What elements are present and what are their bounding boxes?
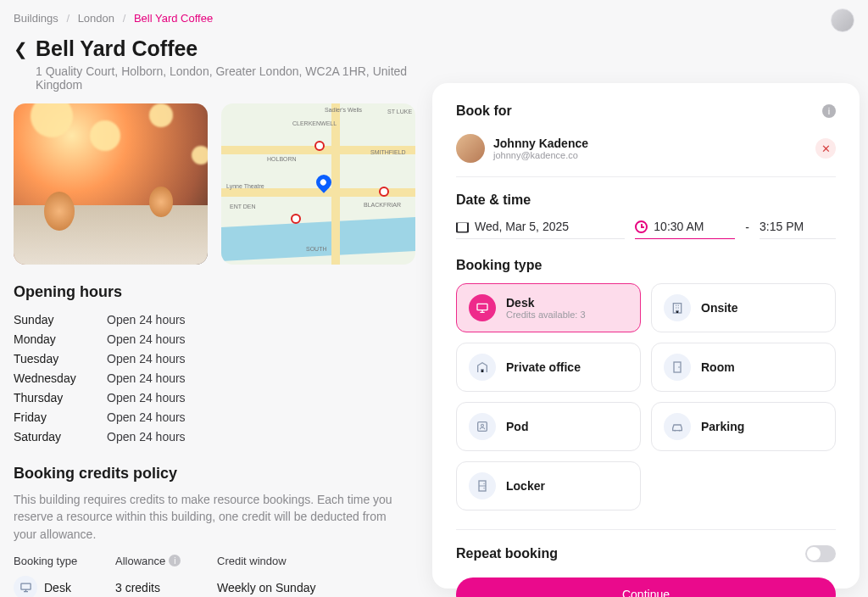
svg-point-8: [679, 430, 681, 432]
svg-rect-1: [477, 304, 487, 310]
repeat-booking-label: Repeat booking: [456, 546, 558, 561]
desk-icon: [14, 576, 37, 597]
opening-hours-title: Opening hours: [14, 283, 415, 301]
policy-table-head: Booking type Allowancei Credit window: [14, 555, 415, 567]
breadcrumb-root[interactable]: Buildings: [14, 12, 58, 25]
policy-text: This building requires credits to make r…: [14, 491, 412, 543]
svg-point-4: [678, 366, 680, 368]
locker-icon: [469, 472, 496, 499]
book-for-user-name: Johnny Kadence: [493, 137, 588, 150]
booking-type-desk[interactable]: Desk Credits available: 3: [456, 283, 641, 332]
date-field[interactable]: Wed, Mar 5, 2025: [456, 220, 625, 239]
building-address: 1 Quality Court, Holborn, London, Greate…: [36, 64, 415, 92]
svg-point-6: [481, 424, 484, 427]
end-time-field[interactable]: 3:15 PM: [760, 220, 836, 239]
metro-icon: [379, 187, 389, 197]
building-map[interactable]: CLERKENWELL HOLBORN SMITHFIELD Sadler's …: [221, 103, 415, 265]
info-icon[interactable]: i: [822, 104, 836, 118]
avatar: [456, 134, 485, 163]
office-icon: [469, 354, 496, 381]
pod-icon: [469, 413, 496, 440]
door-icon: [664, 354, 691, 381]
calendar-icon: [456, 220, 469, 233]
hours-row: WednesdayOpen 24 hours: [14, 368, 415, 388]
svg-point-7: [674, 430, 676, 432]
top-user-avatar[interactable]: [831, 8, 854, 32]
policy-title: Booking credits policy: [14, 465, 415, 483]
continue-button[interactable]: Continue: [456, 577, 836, 597]
hours-row: TuesdayOpen 24 hours: [14, 349, 415, 368]
hours-row: MondayOpen 24 hours: [14, 329, 415, 349]
building-photo[interactable]: [14, 103, 208, 265]
booking-type-locker[interactable]: Locker: [456, 461, 641, 511]
metro-icon: [291, 214, 301, 224]
back-button[interactable]: ❮: [14, 39, 25, 59]
hours-row: SaturdayOpen 24 hours: [14, 427, 415, 446]
clock-icon: [635, 220, 648, 233]
breadcrumb-current: Bell Yard Coffee: [134, 12, 213, 25]
remove-user-button[interactable]: ✕: [815, 138, 836, 159]
booking-panel: Book for i Johnny Kadence johnny@kadence…: [432, 83, 860, 589]
breadcrumb: Buildings / London / Bell Yard Coffee: [14, 12, 415, 25]
breadcrumb-city[interactable]: London: [78, 12, 114, 25]
svg-rect-0: [20, 584, 30, 590]
date-time-title: Date & time: [456, 192, 836, 208]
hours-row: FridayOpen 24 hours: [14, 407, 415, 427]
book-for-title: Book for: [456, 103, 512, 119]
repeat-toggle[interactable]: [805, 545, 836, 562]
booking-type-pod[interactable]: Pod: [456, 402, 641, 451]
hours-row: SundayOpen 24 hours: [14, 310, 415, 329]
booking-type-room[interactable]: Room: [651, 343, 836, 392]
info-icon[interactable]: i: [169, 555, 181, 566]
desk-icon: [469, 294, 496, 321]
booking-type-parking[interactable]: Parking: [651, 402, 836, 451]
hours-row: ThursdayOpen 24 hours: [14, 388, 415, 407]
metro-icon: [314, 141, 325, 151]
booking-type-private-office[interactable]: Private office: [456, 343, 641, 392]
opening-hours: SundayOpen 24 hours MondayOpen 24 hours …: [14, 310, 415, 446]
car-icon: [664, 413, 691, 440]
booking-type-onsite[interactable]: Onsite: [651, 283, 836, 332]
book-for-user-email: johnny@kadence.co: [493, 150, 588, 160]
page-title: Bell Yard Coffee: [36, 36, 198, 61]
start-time-field[interactable]: 10:30 AM: [635, 220, 735, 239]
policy-table-row: Desk 3 credits Weekly on Sunday: [14, 576, 415, 597]
building-icon: [664, 294, 691, 321]
booking-type-title: Booking type: [456, 258, 836, 273]
